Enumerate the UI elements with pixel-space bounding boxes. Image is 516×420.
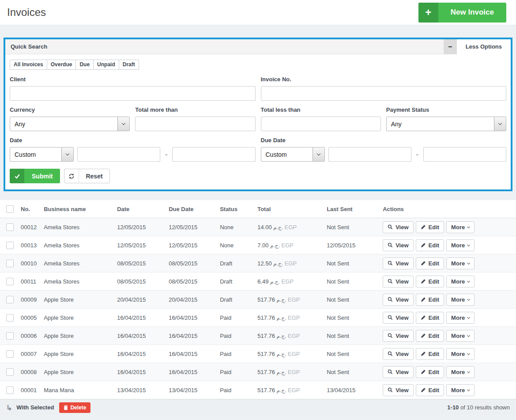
due-date: 08/05/2015	[165, 254, 216, 272]
view-button[interactable]: View	[383, 384, 413, 396]
status: Draft	[216, 272, 254, 291]
total-more-input[interactable]	[135, 117, 255, 131]
more-button[interactable]: More	[446, 348, 475, 360]
total-more-label: Total more than	[135, 106, 255, 113]
due-date-range-select[interactable]: Custom	[261, 147, 325, 162]
more-button[interactable]: More	[446, 312, 475, 324]
filter-tab-all-invoices[interactable]: All Invoices	[10, 60, 47, 70]
delete-button[interactable]: Delete	[59, 402, 90, 413]
row-checkbox[interactable]	[6, 296, 14, 303]
submit-button[interactable]: Submit	[10, 169, 60, 183]
pencil-icon	[421, 279, 426, 284]
due-date: 16/04/2015	[165, 309, 216, 327]
total: 517.76 ج.م. EGP	[254, 363, 323, 381]
payment-status-label: Payment Status	[386, 106, 506, 113]
view-button[interactable]: View	[383, 294, 413, 306]
edit-button[interactable]: Edit	[416, 276, 444, 288]
edit-button[interactable]: Edit	[416, 366, 444, 378]
edit-button[interactable]: Edit	[416, 221, 444, 233]
new-invoice-button[interactable]: + New Invoice	[418, 3, 506, 23]
column-header-date: Date	[113, 200, 165, 218]
more-button[interactable]: More	[446, 257, 475, 269]
column-header-actions: Actions	[379, 200, 516, 218]
more-button[interactable]: More	[446, 221, 475, 233]
edit-button[interactable]: Edit	[416, 294, 444, 306]
more-button[interactable]: More	[446, 239, 475, 251]
column-header-total: Total	[254, 200, 323, 218]
reset-button[interactable]: Reset	[64, 169, 109, 183]
column-header-business-name: Business name	[40, 200, 113, 218]
total-less-input[interactable]	[261, 117, 381, 131]
filter-tab-due[interactable]: Due	[75, 60, 94, 70]
row-checkbox[interactable]	[6, 260, 14, 267]
invoice-date: 08/05/2015	[113, 254, 165, 272]
payment-status-select[interactable]: Any	[386, 117, 506, 131]
last-sent: Not Sent	[323, 345, 379, 363]
more-button[interactable]: More	[446, 366, 475, 378]
more-button[interactable]: More	[446, 384, 475, 396]
edit-button[interactable]: Edit	[416, 239, 444, 251]
row-checkbox[interactable]	[6, 332, 14, 340]
invoice-number: 00009	[17, 291, 40, 309]
filter-tab-unpaid[interactable]: Unpaid	[93, 60, 119, 70]
magnifier-icon	[388, 297, 393, 302]
date-label: Date	[10, 137, 256, 144]
total: 6.49 ج.م. EGP	[254, 272, 323, 291]
page-title: Invoices	[7, 6, 46, 19]
view-button[interactable]: View	[383, 348, 413, 360]
date-range-select[interactable]: Custom	[10, 147, 74, 162]
submit-label: Submit	[24, 173, 60, 180]
view-button[interactable]: View	[383, 366, 413, 378]
status: Draft	[216, 254, 254, 272]
edit-button[interactable]: Edit	[416, 348, 444, 360]
due-date-label: Due Date	[261, 137, 507, 144]
row-checkbox[interactable]	[6, 368, 14, 376]
filter-tab-overdue[interactable]: Overdue	[47, 60, 76, 70]
due-date: 12/05/2015	[165, 236, 216, 254]
date-to-input[interactable]	[172, 147, 255, 162]
due-date-range-select-value: Custom	[261, 151, 287, 158]
invoice-no-input[interactable]	[261, 86, 507, 101]
select-all-checkbox[interactable]	[6, 205, 14, 213]
date-from-input[interactable]	[77, 147, 160, 162]
row-checkbox[interactable]	[6, 223, 14, 231]
more-button[interactable]: More	[446, 276, 475, 288]
magnifier-icon	[388, 261, 393, 266]
edit-button[interactable]: Edit	[416, 330, 444, 342]
table-footer: ↳ With Selected Delete 1-10 of 10 result…	[0, 399, 516, 415]
pencil-icon	[421, 387, 426, 393]
total-less-label: Total less than	[261, 106, 381, 113]
row-checkbox[interactable]	[6, 350, 14, 358]
due-date-from-input[interactable]	[328, 147, 411, 162]
due-date: 16/04/2015	[165, 327, 216, 345]
view-button[interactable]: View	[383, 276, 413, 288]
view-button[interactable]: View	[383, 330, 413, 342]
more-button[interactable]: More	[446, 330, 475, 342]
business-name: Amelia Stores	[40, 254, 113, 272]
invoice-number: 00001	[17, 381, 40, 399]
more-button[interactable]: More	[446, 294, 475, 306]
row-checkbox[interactable]	[6, 386, 14, 394]
due-date-to-input[interactable]	[423, 147, 506, 162]
less-options-button[interactable]: Less Options	[457, 39, 511, 54]
collapse-button[interactable]: −	[444, 39, 457, 54]
quick-search-body: All InvoicesOverdueDueUnpaidDraft Client…	[5, 54, 511, 189]
row-checkbox[interactable]	[6, 314, 14, 322]
edit-button[interactable]: Edit	[416, 312, 444, 324]
row-checkbox[interactable]	[6, 278, 14, 285]
row-checkbox[interactable]	[6, 242, 14, 249]
edit-button[interactable]: Edit	[416, 384, 444, 396]
refresh-icon	[64, 169, 79, 183]
total-less-field: Total less than	[261, 106, 381, 131]
last-sent: Not Sent	[323, 309, 379, 327]
chevron-down-icon	[467, 279, 470, 282]
view-button[interactable]: View	[383, 239, 413, 251]
view-button[interactable]: View	[383, 257, 413, 269]
invoice-filter-tabs: All InvoicesOverdueDueUnpaidDraft	[10, 60, 139, 70]
edit-button[interactable]: Edit	[416, 257, 444, 269]
filter-tab-draft[interactable]: Draft	[119, 60, 139, 70]
view-button[interactable]: View	[383, 312, 413, 324]
view-button[interactable]: View	[383, 221, 413, 233]
currency-select[interactable]: Any	[10, 117, 130, 131]
client-input[interactable]	[10, 86, 256, 101]
